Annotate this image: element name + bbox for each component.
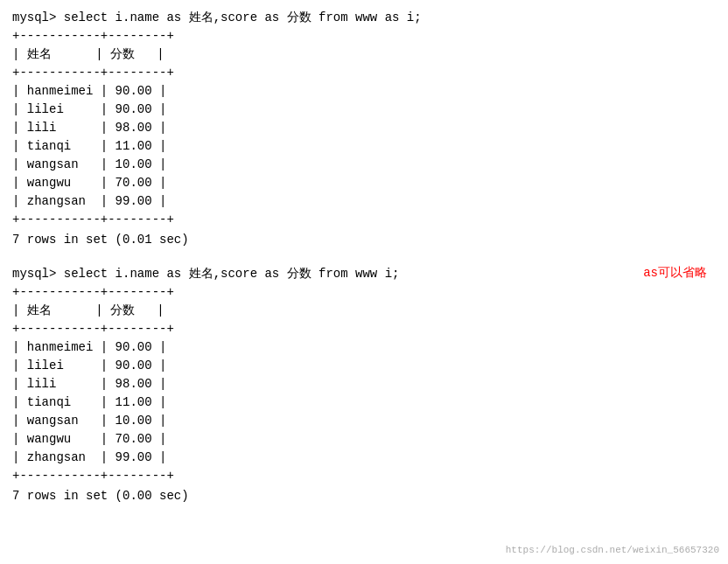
sql-block-1: mysql> select i.name as 姓名,score as 分数 f… [12, 9, 716, 249]
table-row-1-6: | wangwu | 70.00 | [12, 174, 716, 192]
table-top-border-1: +-----------+--------+ [12, 27, 716, 45]
table-row-2-6: | wangwu | 70.00 | [12, 430, 716, 449]
as-annotation: as可以省略 [643, 265, 707, 281]
watermark: https://blog.csdn.net/weixin_56657320 [506, 545, 719, 555]
result-count-1: 7 rows in set (0.01 sec) [12, 231, 716, 249]
table-bottom-border-1: +-----------+--------+ [12, 211, 716, 229]
table-row-1-7: | zhangsan | 99.00 | [12, 192, 716, 211]
table-row-1-1: | hanmeimei | 90.00 | [12, 82, 716, 101]
table-header-2: | 姓名 | 分数 | [12, 302, 716, 320]
result-count-2: 7 rows in set (0.00 sec) [12, 487, 716, 505]
table-bottom-border-2: +-----------+--------+ [12, 467, 716, 485]
command-line-2: mysql> select i.name as 姓名,score as 分数 f… [12, 265, 716, 283]
table-row-1-5: | wangsan | 10.00 | [12, 156, 716, 174]
table-header-1: | 姓名 | 分数 | [12, 45, 716, 64]
table-row-2-3: | lili | 98.00 | [12, 375, 716, 393]
table-row-2-1: | hanmeimei | 90.00 | [12, 338, 716, 357]
table-row-1-4: | tianqi | 11.00 | [12, 137, 716, 156]
table-header-border-2: +-----------+--------+ [12, 320, 716, 338]
table-row-2-4: | tianqi | 11.00 | [12, 393, 716, 412]
command-line-1: mysql> select i.name as 姓名,score as 分数 f… [12, 9, 716, 27]
table-row-2-7: | zhangsan | 99.00 | [12, 449, 716, 467]
table-row-2-2: | lilei | 90.00 | [12, 357, 716, 375]
table-row-1-2: | lilei | 90.00 | [12, 101, 716, 119]
table-row-1-3: | lili | 98.00 | [12, 119, 716, 137]
table-row-2-5: | wangsan | 10.00 | [12, 412, 716, 430]
table-top-border-2: +-----------+--------+ [12, 283, 716, 302]
sql-block-2: mysql> select i.name as 姓名,score as 分数 f… [12, 265, 716, 505]
table-header-border-1: +-----------+--------+ [12, 64, 716, 82]
